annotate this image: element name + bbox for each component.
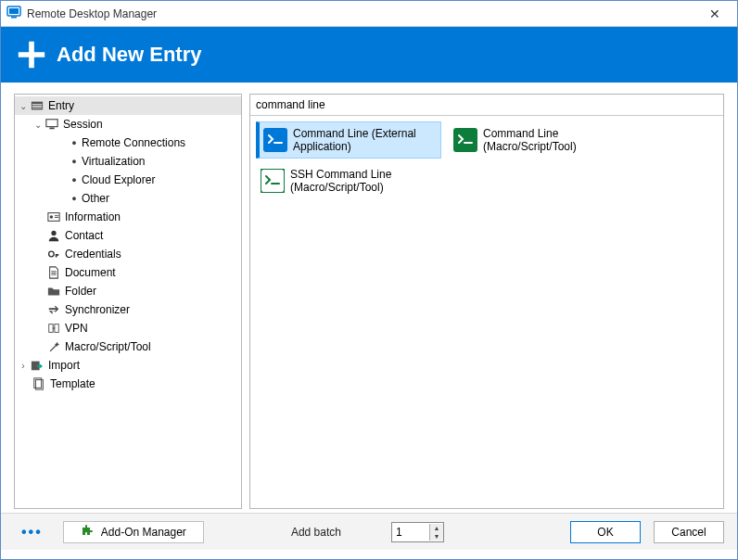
tree-item-other[interactable]: ●Other <box>15 189 241 208</box>
footer-bar: ••• Add-On Manager Add batch ▲▼ OK Cance… <box>1 513 737 550</box>
result-ssh-command-line[interactable]: SSH Command Line(Macro/Script/Tool) <box>256 162 441 199</box>
terminal-icon <box>453 128 477 152</box>
tree-item-cloud-explorer[interactable]: ●Cloud Explorer <box>15 171 241 189</box>
bullet-icon: ● <box>67 139 82 147</box>
svg-rect-5 <box>32 106 43 107</box>
svg-rect-7 <box>46 120 57 127</box>
category-tree[interactable]: ⌄ Entry ⌄ Session ●Remote Connections ●V… <box>14 94 242 509</box>
tree-label: Remote Connections <box>82 136 185 149</box>
vpn-icon <box>46 321 61 336</box>
tree-label: VPN <box>65 322 88 335</box>
key-icon <box>46 247 61 261</box>
search-input[interactable] <box>250 95 723 115</box>
tree-label: Contact <box>65 229 103 242</box>
tree-label: Virtualization <box>82 155 145 168</box>
bullet-icon: ● <box>67 195 82 203</box>
wand-icon <box>46 339 61 354</box>
result-label: SSH Command Line <box>290 168 391 181</box>
tree-item-vpn[interactable]: VPN <box>15 319 241 337</box>
result-sublabel: (Macro/Script/Tool) <box>290 181 391 194</box>
bullet-icon: ● <box>67 158 82 166</box>
tree-label: Session <box>63 118 103 131</box>
svg-point-14 <box>49 251 55 257</box>
svg-rect-4 <box>32 104 43 105</box>
monitor-icon <box>45 117 59 132</box>
tree-label: Document <box>65 266 116 279</box>
tree-label: Import <box>48 359 80 372</box>
tree-label: Entry <box>48 99 74 112</box>
svg-point-10 <box>50 215 54 219</box>
tree-item-synchronizer[interactable]: Synchronizer <box>15 300 241 319</box>
tree-item-remote-connections[interactable]: ●Remote Connections <box>15 134 241 152</box>
addon-manager-button[interactable]: Add-On Manager <box>63 521 204 543</box>
tree-item-document[interactable]: Document <box>15 263 241 282</box>
close-icon[interactable]: ✕ <box>696 6 733 21</box>
tree-label: Synchronizer <box>65 303 130 316</box>
window-title: Remote Desktop Manager <box>27 7 696 20</box>
folder-icon <box>46 284 61 299</box>
tree-label: Macro/Script/Tool <box>65 340 151 353</box>
sync-icon <box>46 302 61 317</box>
terminal-icon <box>261 169 285 193</box>
svg-rect-24 <box>453 128 477 152</box>
add-batch-label: Add batch <box>291 526 341 539</box>
result-sublabel: (Macro/Script/Tool) <box>483 140 577 153</box>
import-icon <box>30 358 45 373</box>
cancel-button[interactable]: Cancel <box>654 521 724 543</box>
puzzle-icon <box>81 523 95 541</box>
svg-rect-1 <box>9 8 19 14</box>
tree-item-import[interactable]: ›Import <box>15 356 241 375</box>
tree-label: Template <box>50 377 95 390</box>
batch-input[interactable] <box>392 524 429 541</box>
folder-lines-icon <box>30 98 45 113</box>
document-icon <box>46 265 61 280</box>
chevron-right-icon[interactable]: › <box>17 361 30 371</box>
result-label: Command Line (External <box>293 127 416 140</box>
bullet-icon: ● <box>67 176 82 185</box>
tree-item-entry[interactable]: ⌄ Entry <box>15 96 241 115</box>
svg-rect-23 <box>263 128 287 152</box>
person-icon <box>46 228 61 243</box>
tree-item-information[interactable]: Information <box>15 208 241 226</box>
spin-up-icon[interactable]: ▲ <box>430 524 443 532</box>
svg-rect-17 <box>51 274 56 275</box>
tree-item-folder[interactable]: Folder <box>15 282 241 300</box>
ok-button[interactable]: OK <box>570 521 641 543</box>
more-button[interactable]: ••• <box>14 522 50 542</box>
svg-rect-16 <box>51 273 56 274</box>
svg-rect-25 <box>261 169 285 193</box>
id-card-icon <box>46 210 61 224</box>
svg-rect-2 <box>11 17 17 19</box>
content-area: ⌄ Entry ⌄ Session ●Remote Connections ●V… <box>1 83 737 509</box>
svg-rect-15 <box>51 271 56 272</box>
tree-label: Other <box>82 192 109 205</box>
result-sublabel: Application) <box>293 140 416 153</box>
tree-item-contact[interactable]: Contact <box>15 226 241 245</box>
result-command-line-external[interactable]: Command Line (ExternalApplication) <box>256 121 441 159</box>
tree-item-template[interactable]: Template <box>15 375 241 393</box>
tree-label: Credentials <box>65 248 121 261</box>
tree-item-session[interactable]: ⌄ Session <box>15 115 241 134</box>
tree-item-macro[interactable]: Macro/Script/Tool <box>15 337 241 356</box>
tree-label: Information <box>65 210 121 223</box>
plus-icon <box>16 39 47 70</box>
chevron-down-icon[interactable]: ⌄ <box>32 120 45 130</box>
tree-item-credentials[interactable]: Credentials <box>15 245 241 263</box>
svg-point-13 <box>51 231 56 235</box>
svg-rect-8 <box>49 128 54 130</box>
tree-label: Folder <box>65 285 96 298</box>
terminal-icon <box>263 128 287 152</box>
batch-stepper[interactable]: ▲▼ <box>391 522 444 542</box>
search-box <box>250 95 723 116</box>
addon-label: Add-On Manager <box>101 526 186 539</box>
svg-rect-12 <box>55 217 58 218</box>
svg-rect-6 <box>32 108 43 108</box>
svg-rect-11 <box>55 215 58 216</box>
spin-down-icon[interactable]: ▼ <box>430 532 443 541</box>
chevron-down-icon[interactable]: ⌄ <box>17 101 30 111</box>
template-icon <box>32 376 46 391</box>
result-command-line-macro[interactable]: Command Line(Macro/Script/Tool) <box>449 121 634 159</box>
tree-item-virtualization[interactable]: ●Virtualization <box>15 152 241 171</box>
result-label: Command Line <box>483 127 577 140</box>
results-list: Command Line (ExternalApplication) Comma… <box>250 116 723 508</box>
